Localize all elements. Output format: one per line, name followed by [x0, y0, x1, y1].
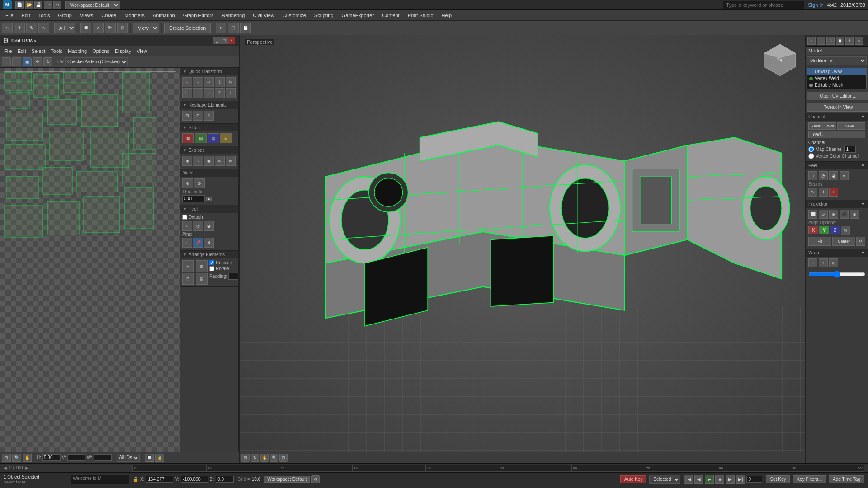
- go-start-btn[interactable]: |◀: [684, 475, 693, 484]
- uv-menu-file[interactable]: File: [2, 47, 14, 55]
- menu-tools[interactable]: Tools: [35, 12, 54, 19]
- next-frame-btn[interactable]: ▶: [726, 475, 735, 484]
- center-btn[interactable]: Center: [832, 237, 855, 246]
- menu-content[interactable]: Content: [378, 12, 403, 19]
- timeline-nav-left[interactable]: ◀: [4, 465, 7, 470]
- qt-align-r-btn[interactable]: ⊣: [204, 88, 214, 98]
- menu-edit[interactable]: Edit: [18, 12, 34, 19]
- arrange-btn3[interactable]: ▦: [196, 260, 208, 272]
- vp-zoom-ext-btn[interactable]: ⊡: [279, 454, 288, 462]
- reshape-btn1[interactable]: ⊞: [182, 111, 192, 121]
- explode-btn1[interactable]: ◈: [182, 156, 192, 166]
- peel-header[interactable]: ▼ Peel: [180, 205, 238, 213]
- uv-checker-dropdown[interactable]: CheckerPattern (Checker): [65, 57, 128, 66]
- vp-zoom-btn[interactable]: 🔍: [270, 454, 278, 462]
- menu-animation[interactable]: Animation: [149, 12, 179, 19]
- tweak-in-view-btn[interactable]: Tweak In View: [807, 103, 868, 112]
- uv-select-edge-btn[interactable]: ⎯: [12, 57, 21, 66]
- stitch-btn1[interactable]: ▦: [182, 133, 194, 143]
- proj-reset-btn[interactable]: ↺: [856, 237, 865, 246]
- app-icon[interactable]: M: [3, 0, 12, 9]
- wrap-btn3[interactable]: ⊞: [829, 258, 838, 267]
- nav-cube[interactable]: Top: [762, 42, 798, 78]
- search-input[interactable]: [723, 1, 804, 9]
- explode-btn3[interactable]: ◉: [204, 156, 214, 166]
- mod-icon-toggle[interactable]: 👁: [845, 37, 854, 45]
- uv-select-face-btn[interactable]: ▣: [23, 57, 32, 66]
- pin-add-btn[interactable]: 📌: [193, 238, 203, 248]
- rotate-checkbox[interactable]: [209, 266, 214, 271]
- open-uv-editor-btn[interactable]: Open UV Editor ...: [807, 92, 868, 100]
- vp-orbit-btn[interactable]: ↻: [251, 454, 259, 462]
- uv-move-btn[interactable]: ✛: [33, 57, 42, 66]
- uv-minimize-btn[interactable]: _: [213, 37, 221, 44]
- x-coord-input[interactable]: [146, 476, 173, 483]
- qt-move-d-btn[interactable]: →: [193, 77, 203, 87]
- proj-box-btn[interactable]: ⬛: [840, 210, 849, 219]
- peel-panel-header[interactable]: Peel ▼: [806, 162, 868, 169]
- menu-rendering[interactable]: Rendering: [218, 12, 249, 19]
- align-z-btn[interactable]: Z: [830, 226, 840, 234]
- auto-key-btn[interactable]: Auto Key: [620, 475, 647, 483]
- modifier-vertex-weld[interactable]: Vertex Weld: [807, 75, 866, 82]
- menu-scripting[interactable]: Scripting: [311, 12, 337, 19]
- peel-btn2[interactable]: ◔: [193, 221, 203, 231]
- menu-gameexporter[interactable]: GameExporter: [338, 12, 378, 19]
- selected-dropdown[interactable]: Selected: [649, 475, 680, 484]
- uv-w-input[interactable]: [94, 454, 112, 461]
- percent-snap-btn[interactable]: %: [105, 23, 116, 33]
- reset-uvws-btn[interactable]: Reset UVWs: [808, 122, 836, 130]
- pin-remove-btn[interactable]: ✖: [204, 238, 214, 248]
- mod-icon-create[interactable]: +: [807, 37, 816, 45]
- open-btn[interactable]: 📂: [25, 1, 33, 9]
- scale-btn[interactable]: ⤡: [38, 23, 49, 33]
- stitch-header[interactable]: ▼ Stitch: [180, 124, 238, 131]
- save-uvws-btn[interactable]: Save...: [837, 122, 865, 130]
- map-channel-value[interactable]: [844, 146, 856, 153]
- load-uvws-btn[interactable]: Load...: [808, 131, 865, 138]
- qt-flip-v-btn[interactable]: ⇕: [215, 77, 225, 87]
- stitch-btn2[interactable]: ▧: [195, 133, 207, 143]
- uv-u-input[interactable]: [42, 454, 61, 461]
- menu-customize[interactable]: Customize: [279, 12, 310, 19]
- uv-v-input[interactable]: [67, 454, 85, 461]
- uv-menu-view[interactable]: View: [134, 47, 150, 55]
- reshape-header[interactable]: ▼ Reshape Elements: [180, 101, 238, 109]
- map-channel-radio-input[interactable]: [808, 146, 814, 152]
- align-y-btn[interactable]: Y: [819, 226, 829, 234]
- uv-menu-display[interactable]: Display: [113, 47, 133, 55]
- menu-graph-editors[interactable]: Graph Editors: [179, 12, 217, 19]
- redo-btn[interactable]: ↪: [53, 1, 61, 9]
- explode-header[interactable]: ▼ Explode: [180, 146, 238, 154]
- reshape-btn3[interactable]: ⊙: [204, 111, 214, 121]
- qt-align-t-btn[interactable]: ⊤: [215, 88, 225, 98]
- uv-select-vertex-btn[interactable]: ·: [2, 57, 11, 66]
- uv-rotate-btn[interactable]: ↻: [43, 57, 52, 66]
- menu-civil-view[interactable]: Civil View: [249, 12, 278, 19]
- modifier-list-dropdown[interactable]: Modifier List: [807, 56, 867, 65]
- peel-btn3[interactable]: ◕: [204, 221, 214, 231]
- menu-print-studio[interactable]: Print Studio: [404, 12, 437, 19]
- vp-pan-btn[interactable]: ✋: [260, 454, 269, 462]
- uv-snap-btn[interactable]: 🔲: [145, 454, 154, 462]
- mod-icon-delete[interactable]: −: [817, 37, 825, 45]
- layer-btn[interactable]: 📋: [240, 23, 251, 33]
- quick-transform-header[interactable]: ▼ Quick Transform: [180, 68, 238, 75]
- seam-line-btn[interactable]: ⌇: [819, 188, 828, 197]
- sign-in-btn[interactable]: Sign In: [808, 2, 823, 8]
- vertex-color-radio-input[interactable]: [808, 153, 814, 159]
- qt-align-l-btn[interactable]: ⊢: [182, 88, 192, 98]
- weld-target-btn[interactable]: ⊗: [194, 178, 205, 188]
- uv-close-btn[interactable]: ×: [228, 37, 235, 44]
- explode-btn2[interactable]: ⊙: [193, 156, 203, 166]
- arrange-btn4[interactable]: ▤: [196, 273, 208, 285]
- undo-btn[interactable]: ↩: [44, 1, 52, 9]
- uv-ids-dropdown[interactable]: All IDs: [117, 454, 140, 462]
- menu-help[interactable]: Help: [438, 12, 456, 19]
- qt-rotate-90-btn[interactable]: ↻: [226, 77, 236, 87]
- uv-menu-tools[interactable]: Tools: [48, 47, 65, 55]
- uv-lock-btn[interactable]: 🔒: [155, 454, 164, 462]
- mirror-btn[interactable]: ⇔: [216, 23, 226, 33]
- channel-header[interactable]: Channel ▼: [806, 113, 868, 121]
- qt-flip-h-btn[interactable]: ⇔: [204, 77, 214, 87]
